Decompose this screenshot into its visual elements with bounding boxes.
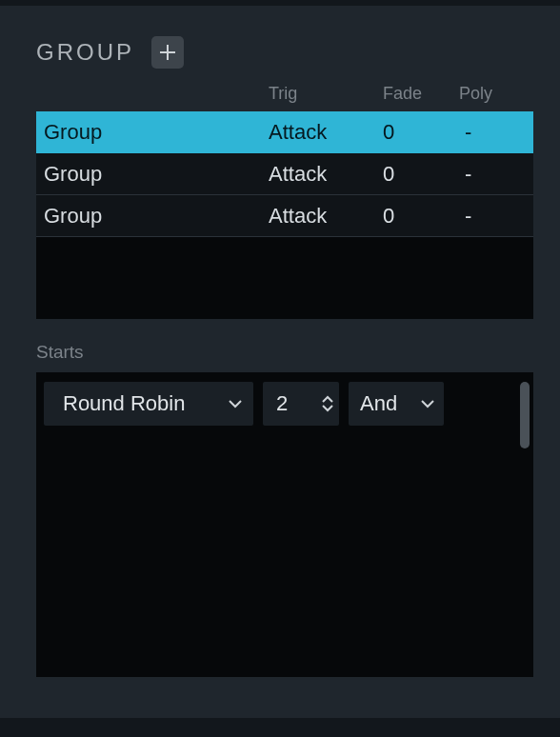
cell-fade: 0 — [383, 120, 459, 145]
table-row[interactable]: Group Attack 0 - — [36, 195, 533, 237]
start-mode-dropdown[interactable]: Round Robin — [44, 382, 253, 426]
column-header-fade: Fade — [383, 84, 459, 104]
table-column-headers: Trig Fade Poly — [36, 84, 533, 111]
table-empty-area — [36, 237, 533, 319]
start-logic-dropdown[interactable]: And — [349, 382, 444, 426]
group-header: GROUP — [36, 36, 533, 69]
group-panel: GROUP Trig Fade Poly Group Attack 0 - Gr… — [0, 8, 560, 677]
cell-name: Group — [44, 120, 269, 145]
section-title: GROUP — [36, 39, 134, 66]
stepper-arrows[interactable] — [322, 395, 333, 412]
panel-divider-bottom — [0, 718, 560, 737]
group-table: Group Attack 0 - Group Attack 0 - Group … — [36, 111, 533, 319]
table-row[interactable]: Group Attack 0 - — [36, 111, 533, 153]
cell-name: Group — [44, 162, 269, 187]
cell-name: Group — [44, 204, 269, 229]
start-logic-value: And — [360, 391, 397, 416]
add-group-button[interactable] — [151, 36, 184, 69]
chevron-down-icon — [322, 405, 333, 412]
cell-trig: Attack — [269, 120, 383, 145]
cell-trig: Attack — [269, 162, 383, 187]
starts-label: Starts — [36, 342, 533, 363]
svg-rect-1 — [160, 51, 175, 53]
cell-poly: - — [459, 162, 526, 187]
column-header-name — [44, 84, 269, 104]
table-row[interactable]: Group Attack 0 - — [36, 153, 533, 195]
start-count-stepper[interactable]: 2 — [263, 382, 339, 426]
cell-trig: Attack — [269, 204, 383, 229]
cell-poly: - — [459, 120, 526, 145]
start-mode-value: Round Robin — [63, 391, 185, 416]
chevron-down-icon — [419, 395, 436, 412]
start-count-value: 2 — [276, 391, 288, 416]
plus-icon — [159, 44, 176, 61]
chevron-up-icon — [322, 395, 333, 403]
column-header-poly: Poly — [459, 84, 526, 104]
cell-fade: 0 — [383, 162, 459, 187]
column-header-trig: Trig — [269, 84, 383, 104]
scrollbar-thumb[interactable] — [520, 382, 530, 448]
chevron-down-icon — [227, 395, 244, 412]
panel-divider-top — [0, 0, 560, 6]
starts-area: Round Robin 2 And — [36, 372, 533, 677]
cell-poly: - — [459, 204, 526, 229]
cell-fade: 0 — [383, 204, 459, 229]
